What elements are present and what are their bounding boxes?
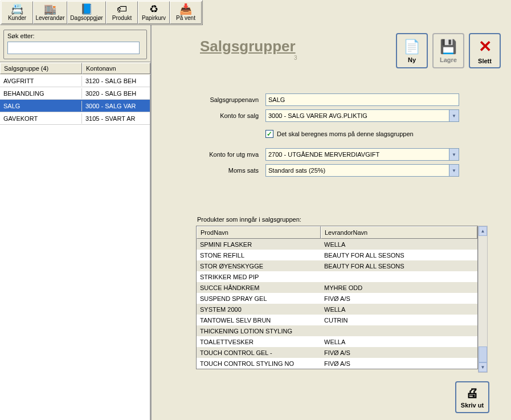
moms-checkbox[interactable]: ✓ xyxy=(265,130,273,138)
prod-navn: TOUCH CONTROL STYLING NO xyxy=(197,359,321,368)
products-heading: Produkter som inngår i salgsgruppen: xyxy=(197,216,301,223)
list-header-gruppe[interactable]: Salgsgruppe (4) xyxy=(0,63,82,74)
prod-navn: SUCCE HÅNDKREM xyxy=(197,283,321,292)
table-row[interactable]: TOUCH CONTROL STYLING NOFIVØ A/S xyxy=(197,358,477,369)
toolbar-på vent[interactable]: 📥På vent xyxy=(170,1,202,24)
row-gruppe: AVGFRITT xyxy=(0,76,82,86)
scroll-down-icon[interactable]: ▼ xyxy=(479,362,487,372)
prod-navn: STONE REFILL xyxy=(197,251,321,260)
row-konto: 3105 - SVART AR xyxy=(82,113,150,124)
prod-navn: SPMINI FLASKER xyxy=(197,240,321,249)
chevron-down-icon: ▼ xyxy=(449,110,459,121)
main-toolbar: 📇Kunder🏬Leverandør📘Dagsoppgjør🏷Produkt♻P… xyxy=(0,0,203,25)
toolbar-papirkurv[interactable]: ♻Papirkurv xyxy=(138,1,170,24)
table-row[interactable]: SYSTEM 2000WELLA xyxy=(197,304,477,315)
document-new-icon: 📄 xyxy=(403,39,420,55)
slett-label: Slett xyxy=(478,58,492,64)
prod-lev xyxy=(321,330,477,332)
products-header-navn[interactable]: ProdNavn xyxy=(197,226,321,239)
prod-lev xyxy=(321,276,477,278)
table-row[interactable]: SUSPEND SPRAY GELFIVØ A/S xyxy=(197,293,477,304)
search-input[interactable] xyxy=(7,42,140,54)
scroll-up-icon[interactable]: ▲ xyxy=(479,226,487,236)
prod-navn: THICKENING LOTION STYLING xyxy=(197,327,321,336)
toolbar-label: Produkt xyxy=(112,15,132,21)
ny-label: Ny xyxy=(408,56,416,63)
prod-lev: WELLA xyxy=(321,240,477,249)
row-gruppe: GAVEKORT xyxy=(0,113,82,124)
navn-label: Salgsgruppenavn xyxy=(152,96,265,103)
prod-lev: WELLA xyxy=(321,305,477,314)
toolbar-label: Kunder xyxy=(8,15,26,21)
prod-navn: STRIKKER MED PIP xyxy=(197,272,321,282)
row-konto: 3000 - SALG VAR xyxy=(82,101,150,111)
table-row[interactable]: STONE REFILLBEAUTY FOR ALL SESONS xyxy=(197,250,477,260)
sats-value: Standard sats (25%) xyxy=(268,167,325,174)
row-konto: 3020 - SALG BEH xyxy=(82,88,150,99)
products-header: ProdNavn LevrandorNavn xyxy=(197,226,477,239)
list-row[interactable]: SALG3000 - SALG VAR xyxy=(0,100,150,112)
toolbar-icon: 📘 xyxy=(80,4,93,14)
table-row[interactable]: SUCCE HÅNDKREMMYHRE ODD xyxy=(197,282,477,293)
list-row[interactable]: AVGFRITT3120 - SALG BEH xyxy=(0,75,150,87)
prod-navn: TOUCH CONTROL GEL - xyxy=(197,348,321,357)
products-scrollbar[interactable]: ▲ ▼ xyxy=(478,226,488,373)
table-row[interactable]: THICKENING LOTION STYLING xyxy=(197,325,477,336)
toolbar-icon: 📥 xyxy=(179,4,192,14)
table-row[interactable]: STRIKKER MED PIP xyxy=(197,271,477,282)
row-gruppe: SALG xyxy=(0,101,82,111)
table-row[interactable]: TOUCH CONTROL GEL -FIVØ A/S xyxy=(197,347,477,358)
list-row[interactable]: GAVEKORT3105 - SVART AR xyxy=(0,112,150,125)
list-row[interactable]: BEHANDLING3020 - SALG BEH xyxy=(0,87,150,100)
save-icon: 💾 xyxy=(440,39,457,55)
table-row[interactable]: SPMINI FLASKERWELLA xyxy=(197,239,477,250)
skriv-ut-button[interactable]: 🖨 Skriv ut xyxy=(455,381,489,413)
utgmva-value: 2700 - UTGÅENDE MERVERDIAVGIFT xyxy=(268,151,379,158)
search-group: Søk etter: xyxy=(3,30,147,59)
moms-sats-combo[interactable]: Standard sats (25%) ▼ xyxy=(265,164,459,177)
products-header-lev[interactable]: LevrandorNavn xyxy=(321,226,477,239)
konto-for-salg-combo[interactable]: 3000 - SALG VARER AVG.PLIKTIG ▼ xyxy=(265,109,459,122)
scroll-thumb[interactable] xyxy=(479,346,487,362)
table-row[interactable]: STOR ØYENSKYGGEBEAUTY FOR ALL SESONS xyxy=(197,260,477,271)
toolbar-label: På vent xyxy=(176,15,195,21)
salgsgruppenavn-input[interactable] xyxy=(265,93,459,106)
lagre-button[interactable]: 💾 Lagre xyxy=(432,33,464,68)
table-row[interactable]: TOALETTVESKERWELLA xyxy=(197,336,477,347)
toolbar-icon: 🏷 xyxy=(117,4,127,14)
list-header: Salgsgruppe (4) Kontonavn xyxy=(0,62,150,75)
toolbar-label: Papirkurv xyxy=(142,15,166,21)
page-title-sub: 3 xyxy=(294,55,297,61)
toolbar-label: Leverandør xyxy=(35,15,64,21)
toolbar-kunder[interactable]: 📇Kunder xyxy=(1,1,33,24)
delete-x-icon: ✕ xyxy=(479,37,492,56)
printer-icon: 🖨 xyxy=(466,386,479,401)
toolbar-icon: 🏬 xyxy=(44,4,56,14)
prod-lev: FIVØ A/S xyxy=(321,359,477,368)
toolbar-leverandør[interactable]: 🏬Leverandør xyxy=(33,1,67,24)
slett-button[interactable]: ✕ Slett xyxy=(469,33,501,68)
moms-check-label: Det skal beregnes moms på denne slagsgru… xyxy=(277,131,414,137)
toolbar-dagsoppgjør[interactable]: 📘Dagsoppgjør xyxy=(67,1,106,24)
prod-lev: CUTRIN xyxy=(321,316,477,325)
products-table: ProdNavn LevrandorNavn SPMINI FLASKERWEL… xyxy=(196,226,478,369)
row-gruppe: BEHANDLING xyxy=(0,88,82,99)
right-pane: Salgsgrupper 3 📄 Ny 💾 Lagre ✕ Slett Salg… xyxy=(152,25,511,420)
ny-button[interactable]: 📄 Ny xyxy=(396,33,428,68)
toolbar-label: Dagsoppgjør xyxy=(70,15,103,21)
table-row[interactable]: TANTOWEL SELV BRUNCUTRIN xyxy=(197,315,477,325)
salgkonto-value: 3000 - SALG VARER AVG.PLIKTIG xyxy=(268,112,367,119)
toolbar-icon: ♻ xyxy=(149,4,158,14)
prod-lev: MYHRE ODD xyxy=(321,283,477,292)
prod-navn: STOR ØYENSKYGGE xyxy=(197,262,321,271)
prod-lev: BEAUTY FOR ALL SESONS xyxy=(321,251,477,260)
prod-lev: BEAUTY FOR ALL SESONS xyxy=(321,262,477,271)
konto-utg-mva-combo[interactable]: 2700 - UTGÅENDE MERVERDIAVGIFT ▼ xyxy=(265,148,459,161)
salgsgruppe-list: Salgsgruppe (4) Kontonavn AVGFRITT3120 -… xyxy=(0,62,150,420)
prod-navn: SYSTEM 2000 xyxy=(197,305,321,314)
toolbar-produkt[interactable]: 🏷Produkt xyxy=(106,1,138,24)
list-header-konto[interactable]: Kontonavn xyxy=(82,63,150,74)
prod-lev: WELLA xyxy=(321,337,477,346)
prod-navn: TANTOWEL SELV BRUN xyxy=(197,316,321,325)
lagre-label: Lagre xyxy=(440,56,457,63)
